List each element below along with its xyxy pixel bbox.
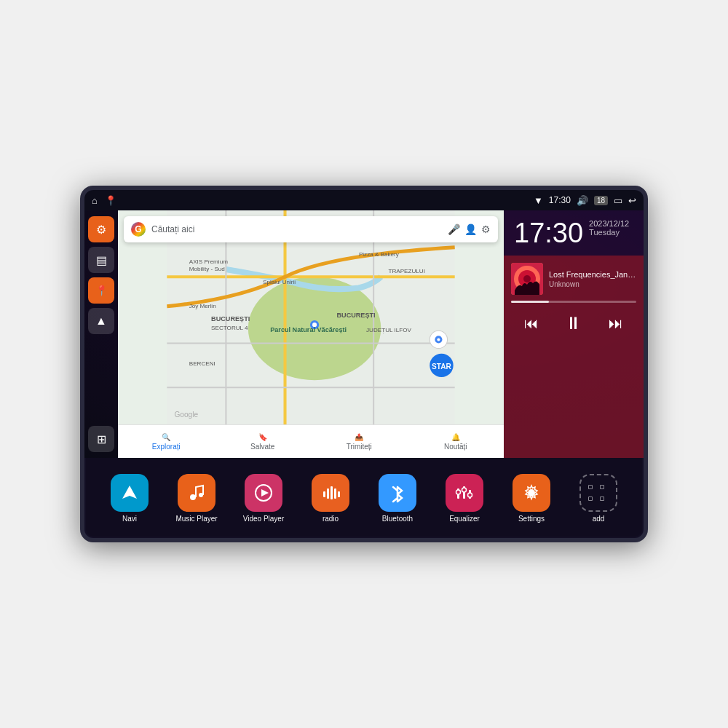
sidebar-settings-button[interactable]: ⚙ bbox=[88, 216, 114, 242]
app-navi[interactable]: Navi bbox=[96, 474, 163, 523]
settings-map-icon[interactable]: ⚙ bbox=[481, 223, 491, 235]
svg-text:BUCUREȘTI: BUCUREȘTI bbox=[336, 312, 375, 319]
svg-marker-32 bbox=[122, 486, 137, 499]
sidebar-files-button[interactable]: ▤ bbox=[88, 247, 114, 273]
saved-icon: 🔖 bbox=[258, 433, 267, 441]
music-progress-fill bbox=[511, 301, 549, 303]
map-tab-news[interactable]: 🔔 Noutăți bbox=[408, 433, 505, 451]
google-maps-icon: G bbox=[131, 222, 146, 237]
status-right-icons: ▼ 17:30 🔊 18 ▭ ↩ bbox=[534, 195, 636, 206]
map-tab-saved[interactable]: 🔖 Salvate bbox=[215, 433, 312, 451]
map-searchbar[interactable]: G Căutați aici 🎤 👤 ⚙ bbox=[124, 216, 498, 242]
equalizer-label: Equalizer bbox=[449, 515, 480, 523]
music-player-label: Music Player bbox=[175, 515, 217, 523]
map-svg: STAR BUCUREȘTI SECTORUL 4 BUCUREȘTI JUDE… bbox=[118, 210, 504, 424]
app-bluetooth[interactable]: Bluetooth bbox=[364, 474, 431, 523]
status-bar: ⌂ 📍 ▼ 17:30 🔊 18 ▭ ↩ bbox=[84, 190, 644, 210]
app-dock: Navi Music Player Video Player bbox=[84, 458, 644, 538]
music-title: Lost Frequencies_Janie... bbox=[549, 270, 636, 279]
saved-label: Salvate bbox=[250, 443, 274, 451]
clock-day-value: Tuesday bbox=[589, 228, 629, 237]
settings-app-icon bbox=[513, 474, 550, 512]
app-settings[interactable]: Settings bbox=[498, 474, 565, 523]
volume-icon: 🔊 bbox=[577, 195, 588, 206]
svg-text:Mobility - Sud: Mobility - Sud bbox=[189, 266, 225, 272]
bluetooth-icon bbox=[379, 474, 416, 512]
clock-time: 17:30 bbox=[514, 219, 583, 247]
svg-text:SECTORUL 4: SECTORUL 4 bbox=[211, 325, 248, 331]
equalizer-icon bbox=[446, 474, 483, 512]
next-button[interactable]: ⏭ bbox=[603, 312, 629, 335]
svg-point-47 bbox=[468, 493, 472, 497]
sidebar-map-button[interactable]: 📍 bbox=[88, 277, 114, 304]
grid-icon: ⊞ bbox=[97, 432, 106, 446]
pause-button[interactable]: ⏸ bbox=[559, 310, 588, 336]
svg-point-48 bbox=[528, 489, 535, 496]
map-area: STAR BUCUREȘTI SECTORUL 4 BUCUREȘTI JUDE… bbox=[118, 210, 504, 458]
svg-rect-39 bbox=[331, 486, 333, 499]
maps-icon[interactable]: 📍 bbox=[105, 195, 116, 206]
app-add[interactable]: add bbox=[565, 474, 632, 523]
svg-text:Joy Merlin: Joy Merlin bbox=[189, 303, 216, 309]
add-icon bbox=[579, 474, 617, 512]
app-radio[interactable]: radio bbox=[297, 474, 364, 523]
previous-button[interactable]: ⏮ bbox=[518, 312, 545, 335]
explore-label: Explorați bbox=[152, 443, 181, 451]
map-tab-send[interactable]: 📤 Trimiteți bbox=[311, 433, 408, 451]
clock-date: 2023/12/12 Tuesday bbox=[589, 219, 629, 237]
app-music-player[interactable]: Music Player bbox=[163, 474, 230, 523]
album-art bbox=[511, 263, 543, 295]
settings-label: Settings bbox=[518, 515, 545, 523]
clock-widget: 17:30 2023/12/12 Tuesday bbox=[504, 210, 644, 256]
app-video-player[interactable]: Video Player bbox=[230, 474, 297, 523]
sidebar: ⚙ ▤ 📍 ▲ ⊞ bbox=[84, 210, 118, 458]
svg-rect-41 bbox=[338, 491, 340, 497]
video-player-icon bbox=[245, 474, 282, 512]
send-icon: 📤 bbox=[355, 433, 363, 441]
svg-text:AXIS Premium: AXIS Premium bbox=[189, 258, 228, 265]
svg-point-45 bbox=[462, 488, 467, 492]
svg-text:Splaiui Unirii: Splaiui Unirii bbox=[263, 279, 296, 285]
sidebar-grid-button[interactable]: ⊞ bbox=[88, 426, 114, 452]
home-icon[interactable]: ⌂ bbox=[92, 195, 98, 206]
map-search-input[interactable]: Căutați aici bbox=[151, 224, 442, 234]
svg-text:JUDEȚUL ILFOV: JUDEȚUL ILFOV bbox=[366, 327, 411, 333]
music-artist: Unknown bbox=[549, 280, 636, 288]
main-area: ⚙ ▤ 📍 ▲ ⊞ bbox=[84, 210, 644, 458]
back-icon[interactable]: ↩ bbox=[628, 195, 636, 206]
wifi-icon: ▼ bbox=[534, 195, 543, 206]
battery-icon: ▭ bbox=[614, 195, 622, 206]
add-dot-4 bbox=[600, 496, 604, 501]
status-left-icons: ⌂ 📍 bbox=[92, 195, 116, 206]
account-icon[interactable]: 👤 bbox=[464, 223, 477, 235]
files-icon: ▤ bbox=[96, 253, 107, 267]
svg-rect-40 bbox=[334, 488, 336, 499]
svg-point-33 bbox=[190, 494, 196, 500]
news-icon: 🔔 bbox=[451, 433, 460, 441]
sidebar-navi-button[interactable]: ▲ bbox=[88, 308, 114, 334]
add-dot-2 bbox=[600, 485, 604, 489]
svg-text:Google: Google bbox=[174, 411, 198, 419]
settings-icon: ⚙ bbox=[96, 223, 106, 237]
explore-icon: 🔍 bbox=[162, 433, 170, 441]
music-widget: Lost Frequencies_Janie... Unknown ⏮ ⏸ ⏭ bbox=[504, 256, 644, 458]
svg-text:Pizza & Bakery: Pizza & Bakery bbox=[359, 251, 400, 258]
map-tab-explore[interactable]: 🔍 Explorați bbox=[118, 433, 215, 451]
map-search-icons: 🎤 👤 ⚙ bbox=[448, 223, 491, 235]
map-container[interactable]: STAR BUCUREȘTI SECTORUL 4 BUCUREȘTI JUDE… bbox=[118, 210, 504, 424]
music-info: Lost Frequencies_Janie... Unknown bbox=[549, 270, 636, 288]
music-player-icon bbox=[178, 474, 215, 512]
video-player-label: Video Player bbox=[243, 515, 285, 523]
svg-text:BERCENI: BERCENI bbox=[189, 360, 215, 367]
svg-text:STAR: STAR bbox=[432, 363, 451, 371]
microphone-icon[interactable]: 🎤 bbox=[448, 223, 460, 235]
svg-point-14 bbox=[437, 338, 440, 341]
music-progress-bar[interactable] bbox=[511, 301, 636, 303]
right-panel: 17:30 2023/12/12 Tuesday bbox=[504, 210, 644, 458]
status-time: 17:30 bbox=[549, 195, 571, 205]
add-dot-3 bbox=[588, 496, 593, 501]
radio-icon bbox=[312, 474, 349, 512]
app-equalizer[interactable]: Equalizer bbox=[431, 474, 498, 523]
svg-point-43 bbox=[456, 490, 461, 494]
navi-label: Navi bbox=[122, 515, 137, 523]
